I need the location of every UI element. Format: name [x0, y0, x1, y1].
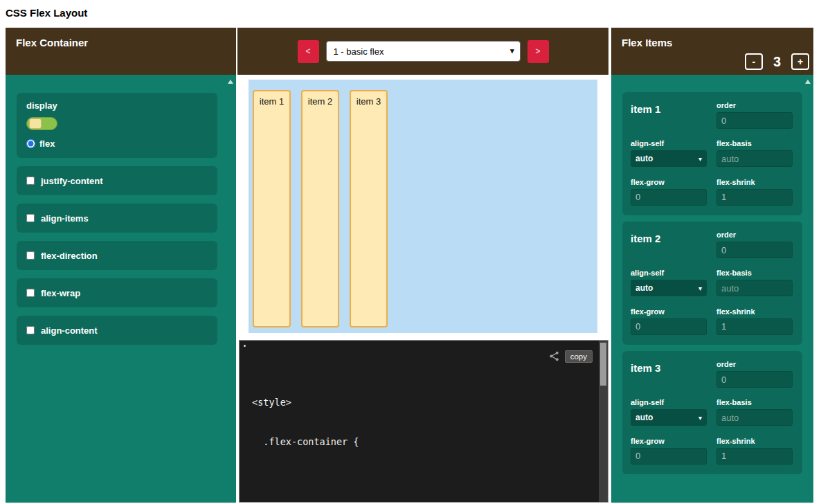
add-item-button[interactable]: + — [791, 53, 809, 70]
item-count-controls: - 3 + — [745, 53, 809, 70]
flex-grow-label: flex-grow — [631, 307, 707, 316]
property-card-flex-direction[interactable]: flex-direction — [17, 241, 217, 270]
toggle-knob-icon — [29, 118, 42, 129]
item-card-2: item 2 order align-self auto ▾ flex-basi — [622, 222, 802, 345]
preview-flex-item: item 1 — [253, 90, 291, 327]
flex-shrink-input[interactable] — [716, 189, 793, 206]
align-self-label: align-self — [631, 269, 707, 277]
scroll-up-icon[interactable] — [228, 80, 233, 84]
code-toolbar: copy — [549, 350, 593, 363]
align-self-select-wrap: auto ▾ — [631, 150, 707, 167]
item-name: item 3 — [631, 360, 707, 388]
order-input[interactable] — [716, 242, 793, 258]
flex-basis-field: flex-basis — [716, 139, 793, 168]
preview-panel: < 1 - basic flex ▾ > item 1 item 2 item … — [237, 28, 608, 503]
code-scrollbar-thumb[interactable] — [600, 343, 606, 386]
flex-items-title: Flex Items — [622, 37, 672, 48]
order-input[interactable] — [716, 371, 793, 388]
align-self-field: align-self auto ▾ — [631, 139, 707, 168]
flex-grow-label: flex-grow — [631, 437, 707, 445]
align-content-checkbox[interactable] — [26, 326, 35, 334]
align-self-field: align-self auto ▾ — [631, 269, 707, 297]
flex-grow-field: flex-grow — [631, 307, 707, 336]
item-count: 3 — [773, 54, 781, 70]
order-label: order — [716, 101, 793, 109]
flex-shrink-label: flex-shrink — [716, 178, 793, 186]
example-select[interactable]: 1 - basic flex — [326, 41, 521, 62]
code-panel: copy <style> .flex-container { display: … — [239, 340, 608, 503]
remove-item-button[interactable]: - — [745, 53, 763, 70]
code-scrollbar[interactable] — [599, 341, 608, 502]
flex-direction-checkbox[interactable] — [26, 251, 35, 260]
flex-basis-input[interactable] — [716, 409, 793, 426]
code-line: <style> — [252, 396, 608, 409]
item-card-1: item 1 order align-self auto ▾ flex-basi — [622, 92, 802, 215]
scroll-up-icon[interactable] — [805, 80, 811, 84]
item-name: item 1 — [631, 101, 707, 129]
flex-container-panel: Flex Container display flex justify-cont… — [6, 28, 236, 503]
flex-shrink-input[interactable] — [716, 448, 793, 465]
flex-shrink-field: flex-shrink — [716, 437, 793, 465]
flex-preview-container: item 1 item 2 item 3 — [249, 80, 597, 333]
property-card-flex-wrap[interactable]: flex-wrap — [17, 278, 217, 307]
flex-grow-field: flex-grow — [631, 178, 707, 206]
flex-grow-label: flex-grow — [631, 178, 707, 186]
flex-basis-field: flex-basis — [716, 398, 793, 426]
page-title: CSS Flex Layout — [6, 7, 830, 19]
flex-container-title: Flex Container — [16, 37, 88, 48]
flex-shrink-field: flex-shrink — [716, 307, 793, 336]
flex-basis-input[interactable] — [716, 150, 793, 167]
property-label: align-content — [41, 325, 98, 336]
copy-button[interactable]: copy — [565, 350, 593, 363]
property-label: align-items — [41, 213, 89, 224]
flex-items-body: item 1 order align-self auto ▾ flex-basi — [611, 75, 813, 503]
flex-basis-label: flex-basis — [716, 139, 793, 147]
align-self-select-wrap: auto ▾ — [631, 280, 707, 296]
flex-items-panel: Flex Items - 3 + item 1 order align-self — [611, 28, 813, 503]
align-self-label: align-self — [631, 139, 707, 147]
property-card-align-content[interactable]: align-content — [17, 316, 217, 345]
share-icon[interactable] — [549, 351, 559, 361]
code-caret-dot — [244, 345, 246, 347]
align-self-field: align-self auto ▾ — [631, 398, 707, 426]
property-card-justify-content[interactable]: justify-content — [17, 166, 217, 195]
prev-example-button[interactable]: < — [298, 40, 319, 63]
flex-shrink-field: flex-shrink — [716, 178, 793, 206]
flex-wrap-checkbox[interactable] — [26, 289, 35, 297]
align-items-checkbox[interactable] — [26, 214, 35, 222]
display-toggle[interactable] — [26, 117, 57, 130]
display-flex-radio[interactable] — [26, 139, 35, 148]
item-name: item 2 — [631, 231, 707, 259]
align-self-select[interactable]: auto — [631, 150, 707, 167]
property-label: justify-content — [41, 176, 103, 186]
align-self-select[interactable]: auto — [631, 280, 707, 296]
app-layout: Flex Container display flex justify-cont… — [6, 28, 830, 503]
next-example-button[interactable]: > — [527, 40, 549, 63]
flex-grow-input[interactable] — [631, 448, 707, 465]
preview-flex-item: item 2 — [301, 90, 339, 327]
flex-basis-field: flex-basis — [716, 269, 793, 297]
flex-container-header: Flex Container — [6, 28, 236, 75]
order-field: order — [716, 231, 793, 259]
property-card-align-items[interactable]: align-items — [17, 204, 217, 233]
flex-container-body: display flex justify-content align-items — [6, 75, 236, 503]
display-card: display flex — [17, 93, 217, 158]
order-label: order — [716, 231, 793, 239]
preview-flex-item: item 3 — [350, 90, 388, 327]
order-field: order — [716, 360, 793, 388]
code-line: .flex-container { — [252, 435, 608, 449]
display-label: display — [26, 100, 208, 111]
order-input[interactable] — [716, 112, 793, 129]
flex-items-header: Flex Items - 3 + — [611, 28, 813, 75]
display-flex-radio-row: flex — [26, 138, 208, 149]
code-line — [252, 475, 608, 488]
flex-grow-input[interactable] — [631, 189, 707, 206]
item-card-3: item 3 order align-self auto ▾ flex-basi — [622, 351, 802, 474]
example-nav-header: < 1 - basic flex ▾ > — [237, 28, 608, 75]
flex-basis-input[interactable] — [716, 280, 793, 296]
justify-content-checkbox[interactable] — [26, 177, 35, 185]
flex-shrink-input[interactable] — [716, 318, 793, 335]
flex-grow-input[interactable] — [631, 318, 707, 335]
order-label: order — [716, 360, 793, 368]
align-self-select[interactable]: auto — [631, 409, 707, 426]
